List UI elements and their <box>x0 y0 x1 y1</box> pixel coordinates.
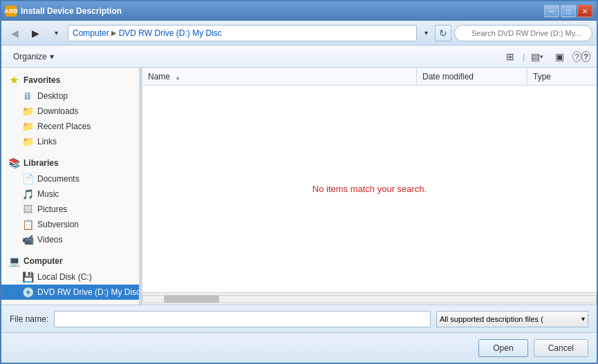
column-type-label: Type <box>533 72 551 82</box>
music-label: Music <box>37 189 59 199</box>
toolbar: Organize ▾ ⊞ | ▤ ▾ ▣ ? ? <box>1 46 597 68</box>
sidebar-item-links[interactable]: 📁 Links <box>1 134 139 149</box>
pictures-label: Pictures <box>37 204 67 214</box>
local-disk-label: Local Disk (C:) <box>37 272 92 282</box>
toolbar-right: ⊞ | ▤ ▾ ▣ ? ? <box>501 48 591 65</box>
preview-icon: ▣ <box>555 51 564 62</box>
view-details-icon: ⊞ <box>506 51 514 62</box>
sidebar-item-pictures[interactable]: 🖼 Pictures <box>1 202 139 217</box>
desktop-icon: 🖥 <box>21 90 35 102</box>
local-disk-icon: 💾 <box>21 271 35 282</box>
file-type-arrow: ▾ <box>581 315 585 323</box>
sidebar-item-music[interactable]: 🎵 Music <box>1 186 139 202</box>
view-list-button[interactable]: ▤ ▾ <box>527 48 547 65</box>
libraries-label: Libraries <box>24 158 59 168</box>
breadcrumb-separator-1: ▶ <box>111 29 117 37</box>
minimize-button[interactable]: ─ <box>544 5 559 17</box>
back-button[interactable]: ◀ <box>6 24 24 42</box>
nav-bar: ◀ ▶ ▾ Computer ▶ DVD RW Drive (D:) My Di… <box>1 21 597 46</box>
right-panel: Name ▲ Date modified Type No items match… <box>142 68 597 305</box>
sidebar-item-recent-places[interactable]: 📁 Recent Places <box>1 119 139 134</box>
title-bar: ABB Install Device Description ─ □ ✕ <box>1 1 597 21</box>
window: ABB Install Device Description ─ □ ✕ ◀ ▶… <box>0 0 598 364</box>
file-type-dropdown[interactable]: All supported description files ( ▾ <box>436 311 588 327</box>
pictures-icon: 🖼 <box>21 204 35 215</box>
subversion-icon: 📋 <box>21 219 35 230</box>
dvd-rw-label: DVD RW Drive (D:) My Disc <box>37 287 140 297</box>
organize-arrow: ▾ <box>50 52 54 61</box>
links-label: Links <box>37 137 57 146</box>
view-list-icon: ▤ <box>531 51 540 62</box>
sidebar-item-videos[interactable]: 📹 Videos <box>1 232 139 247</box>
file-list-body: No items match your search. <box>142 86 597 292</box>
libraries-header[interactable]: 📚 Libraries <box>1 155 139 171</box>
libraries-icon: 📚 <box>7 157 21 169</box>
title-bar-left: ABB Install Device Description <box>6 6 122 17</box>
sidebar-item-desktop[interactable]: 🖥 Desktop <box>1 88 139 104</box>
organize-button[interactable]: Organize ▾ <box>7 49 60 64</box>
recent-places-label: Recent Places <box>37 122 91 131</box>
column-header-type[interactable]: Type <box>527 69 597 84</box>
breadcrumb-bar[interactable]: Computer ▶ DVD RW Drive (D:) My Disc <box>68 25 417 41</box>
downloads-label: Downloads <box>37 106 78 116</box>
breadcrumb-computer[interactable]: Computer <box>73 28 109 38</box>
column-header-name[interactable]: Name ▲ <box>142 69 417 84</box>
breadcrumb-dropdown-button[interactable]: ▾ <box>420 24 432 42</box>
computer-icon: 💻 <box>7 256 21 267</box>
column-date-label: Date modified <box>422 72 474 82</box>
file-name-label: File name: <box>10 314 48 324</box>
sidebar-item-documents[interactable]: 📄 Documents <box>1 171 139 186</box>
help-button[interactable]: ? ? <box>572 48 591 65</box>
forward-button[interactable]: ▶ <box>26 24 44 42</box>
sidebar-item-local-disk[interactable]: 💾 Local Disk (C:) <box>1 269 139 285</box>
file-type-label: All supported description files ( <box>440 315 579 323</box>
maximize-button[interactable]: □ <box>561 5 576 17</box>
search-input[interactable] <box>454 25 592 41</box>
downloads-icon: 📁 <box>21 106 35 117</box>
left-panel: ★ Favorites 🖥 Desktop 📁 Downloads 📁 Rece… <box>1 68 140 305</box>
empty-message: No items match your search. <box>312 184 427 194</box>
recent-locations-button[interactable]: ▾ <box>47 24 65 42</box>
file-list-header: Name ▲ Date modified Type <box>142 68 597 86</box>
view-separator: | <box>523 52 525 61</box>
organize-label: Organize <box>13 52 47 61</box>
column-name-label: Name <box>148 72 170 82</box>
sidebar-item-subversion[interactable]: 📋 Subversion <box>1 217 139 232</box>
computer-label: Computer <box>24 256 63 266</box>
column-header-date[interactable]: Date modified <box>417 69 527 84</box>
open-button[interactable]: Open <box>478 339 527 357</box>
title-bar-controls: ─ □ ✕ <box>544 5 592 17</box>
view-dropdown-arrow: ▾ <box>540 53 543 60</box>
cancel-button[interactable]: Cancel <box>534 339 588 357</box>
horizontal-scrollbar[interactable] <box>142 292 597 305</box>
window-title: Install Device Description <box>21 6 122 16</box>
main-content: ★ Favorites 🖥 Desktop 📁 Downloads 📁 Rece… <box>1 68 597 305</box>
favorites-header[interactable]: ★ Favorites <box>1 72 139 88</box>
favorites-icon: ★ <box>7 75 21 86</box>
file-name-bar: File name: All supported description fil… <box>1 305 597 332</box>
app-icon: ABB <box>6 6 17 17</box>
search-container: 🔍 <box>454 25 592 41</box>
preview-button[interactable]: ▣ <box>550 48 569 65</box>
computer-section: 💻 Computer 💾 Local Disk (C:) 💿 DVD RW Dr… <box>1 253 139 300</box>
libraries-section: 📚 Libraries 📄 Documents 🎵 Music 🖼 Pictur… <box>1 155 139 247</box>
links-icon: 📁 <box>21 136 35 147</box>
close-button[interactable]: ✕ <box>577 5 592 17</box>
desktop-label: Desktop <box>37 91 68 101</box>
sidebar-item-downloads[interactable]: 📁 Downloads <box>1 104 139 119</box>
favorites-label: Favorites <box>24 75 60 85</box>
subversion-label: Subversion <box>37 220 79 229</box>
favorites-section: ★ Favorites 🖥 Desktop 📁 Downloads 📁 Rece… <box>1 72 139 149</box>
view-details-button[interactable]: ⊞ <box>501 48 520 65</box>
action-bar: Open Cancel <box>1 332 597 363</box>
sidebar-item-dvd-rw[interactable]: 💿 DVD RW Drive (D:) My Disc <box>1 285 139 300</box>
videos-label: Videos <box>37 235 62 245</box>
recent-places-icon: 📁 <box>21 121 35 132</box>
computer-header[interactable]: 💻 Computer <box>1 253 139 269</box>
dvd-icon: 💿 <box>21 287 35 298</box>
breadcrumb-dvd[interactable]: DVD RW Drive (D:) My Disc <box>119 28 222 38</box>
sort-arrow-icon: ▲ <box>175 75 180 81</box>
documents-label: Documents <box>37 174 80 184</box>
refresh-button[interactable]: ↻ <box>435 25 451 41</box>
file-name-input[interactable] <box>54 311 431 327</box>
